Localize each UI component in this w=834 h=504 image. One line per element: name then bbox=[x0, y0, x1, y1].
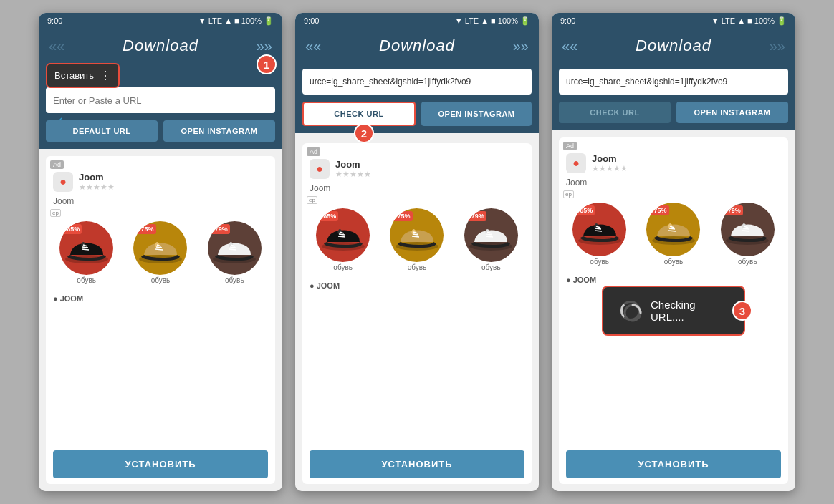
ad-area: Ad●Joom★★★★★Joomep-65% обувь-75% обувь-7… bbox=[295, 133, 539, 491]
svg-line-3 bbox=[82, 249, 89, 250]
url-area: Вставить⋮↙ bbox=[39, 63, 282, 120]
ad-card: Ad●Joom★★★★★Joomep-65% обувь-75% обувь-7… bbox=[46, 156, 275, 484]
forward-icon[interactable]: »» bbox=[257, 38, 272, 54]
shoe-item-0: -65% обувь bbox=[58, 221, 115, 286]
primary-button[interactable]: CHECK URL bbox=[559, 102, 671, 123]
discount-badge: -65% bbox=[319, 211, 338, 221]
discount-badge: -75% bbox=[649, 205, 668, 215]
button-row: DEFAULT URLOPEN INSTAGRAM bbox=[39, 120, 282, 149]
joom-subname: Joom bbox=[559, 178, 788, 190]
discount-badge: -65% bbox=[62, 224, 82, 234]
ad-area: Ad●Joom★★★★★Joomep-65% обувь-75% обувь-7… bbox=[39, 149, 282, 491]
url-input[interactable] bbox=[46, 87, 275, 113]
status-time: 9:00 bbox=[304, 16, 319, 25]
instagram-button[interactable]: OPEN INSTAGRAM bbox=[163, 120, 275, 142]
screens-container: 9:00 ▼ LTE ▲ ■ 100% 🔋 1««Download»»Встав… bbox=[0, 0, 834, 504]
svg-line-31 bbox=[668, 231, 676, 231]
svg-line-11 bbox=[229, 249, 236, 250]
shoes-row: -65% обувь-75% обувь-79% обув bbox=[302, 205, 532, 276]
svg-line-22 bbox=[486, 234, 492, 235]
shoe-circle-1: -75% bbox=[646, 203, 700, 256]
step-badge-2: 2 bbox=[354, 123, 374, 143]
discount-badge: -79% bbox=[724, 205, 743, 215]
shoe-circle-0: -65% bbox=[316, 208, 370, 262]
discount-badge: -65% bbox=[575, 205, 595, 215]
shoe-label: обувь bbox=[151, 275, 171, 286]
shoe-circle-0: -65% bbox=[59, 221, 113, 275]
paste-popup: Вставить⋮ bbox=[46, 63, 120, 88]
svg-line-2 bbox=[82, 247, 88, 248]
shoe-label: обувь bbox=[225, 275, 244, 286]
joom-footer-logo: ● JOOM bbox=[53, 294, 83, 303]
ad-badge: Ad bbox=[563, 142, 577, 150]
forward-icon[interactable]: »» bbox=[513, 38, 529, 54]
primary-button[interactable]: CHECK URL bbox=[302, 102, 416, 126]
svg-line-23 bbox=[486, 236, 493, 237]
app-title: Download bbox=[636, 37, 711, 55]
checking-text: Checking URL.... bbox=[651, 299, 727, 323]
button-row: CHECK URLOPEN INSTAGRAM bbox=[552, 102, 795, 130]
shoe-label: обувь bbox=[77, 275, 96, 286]
button-row: CHECK URLOPEN INSTAGRAM2 bbox=[295, 102, 539, 133]
paste-label[interactable]: Вставить bbox=[54, 70, 94, 81]
shoe-circle-1: -75% bbox=[133, 221, 187, 275]
shoe-circle-0: -65% bbox=[572, 203, 626, 256]
back-icon[interactable]: «« bbox=[49, 38, 64, 54]
svg-line-15 bbox=[338, 236, 345, 237]
joom-footer-logo: ● JOOM bbox=[566, 276, 596, 284]
app-bar: ««Download»» bbox=[295, 29, 539, 63]
shoe-item-2: -79% обувь bbox=[206, 221, 263, 286]
svg-line-19 bbox=[412, 236, 419, 237]
install-button[interactable]: УСТАНОВИТЬ bbox=[566, 450, 781, 478]
shoe-item-2: -79% обувь bbox=[462, 208, 519, 273]
joom-header: ●Joom★★★★★ bbox=[46, 156, 275, 196]
ep-badge: ep bbox=[563, 190, 574, 198]
status-time: 9:00 bbox=[560, 16, 575, 25]
status-icons: ▼ LTE ▲ ■ 100% 🔋 bbox=[455, 16, 530, 26]
app-bar: 1««Download»» bbox=[39, 29, 282, 63]
svg-line-7 bbox=[155, 249, 163, 250]
back-icon[interactable]: «« bbox=[562, 38, 577, 54]
more-icon[interactable]: ⋮ bbox=[100, 69, 111, 82]
ad-badge: Ad bbox=[307, 147, 320, 156]
status-bar: 9:00 ▼ LTE ▲ ■ 100% 🔋 bbox=[552, 13, 795, 29]
shoe-label: обувь bbox=[408, 262, 427, 273]
url-input[interactable] bbox=[302, 69, 532, 94]
svg-line-10 bbox=[230, 247, 236, 248]
joom-info: Joom★★★★★ bbox=[335, 159, 371, 179]
phone-screen-1: 9:00 ▼ LTE ▲ ■ 100% 🔋 1««Download»»Встав… bbox=[39, 13, 282, 491]
back-icon[interactable]: «« bbox=[305, 38, 321, 54]
status-bar: 9:00 ▼ LTE ▲ ■ 100% 🔋 bbox=[39, 13, 282, 29]
ad-card: Ad●Joom★★★★★Joomep-65% обувь-75% обувь-7… bbox=[302, 143, 532, 484]
install-button[interactable]: УСТАНОВИТЬ bbox=[53, 450, 268, 478]
url-area bbox=[552, 63, 795, 102]
shoe-item-0: -65% обувь bbox=[571, 203, 628, 267]
phone-screen-2: 9:00 ▼ LTE ▲ ■ 100% 🔋 ««Download»»CHECK … bbox=[295, 13, 539, 491]
status-icons: ▼ LTE ▲ ■ 100% 🔋 bbox=[711, 16, 787, 26]
url-input-row: Вставить⋮↙ bbox=[46, 69, 275, 113]
forward-icon[interactable]: »» bbox=[770, 38, 785, 54]
instagram-button[interactable]: OPEN INSTAGRAM bbox=[421, 102, 532, 126]
shoe-label: обувь bbox=[481, 262, 501, 273]
shoe-item-1: -75% обувь bbox=[132, 221, 189, 286]
joom-footer-logo: ● JOOM bbox=[310, 281, 340, 290]
joom-name: Joom bbox=[592, 153, 628, 164]
install-button[interactable]: УСТАНОВИТЬ bbox=[310, 450, 524, 478]
discount-badge: -75% bbox=[393, 211, 412, 221]
instagram-button[interactable]: OPEN INSTAGRAM bbox=[676, 102, 788, 123]
primary-button[interactable]: DEFAULT URL bbox=[46, 120, 158, 142]
url-input[interactable] bbox=[559, 69, 788, 94]
ad-badge: Ad bbox=[50, 160, 64, 169]
shoes-row: -65% обувь-75% обувь-79% обув bbox=[46, 218, 275, 289]
shoe-item-2: -79% обувь bbox=[719, 203, 776, 267]
discount-badge: -79% bbox=[467, 211, 486, 221]
joom-info: Joom★★★★★ bbox=[592, 153, 628, 173]
ep-badge: ep bbox=[307, 196, 317, 204]
ad-card: Ad●Joom★★★★★Joomep-65% обувь-75% обувь-7… bbox=[559, 137, 788, 484]
discount-badge: -79% bbox=[211, 224, 230, 234]
app-title: Download bbox=[379, 37, 455, 55]
shoe-label: обувь bbox=[333, 262, 353, 273]
joom-stars: ★★★★★ bbox=[335, 170, 371, 179]
joom-subname: Joom bbox=[46, 196, 275, 209]
url-input-row bbox=[559, 69, 788, 94]
